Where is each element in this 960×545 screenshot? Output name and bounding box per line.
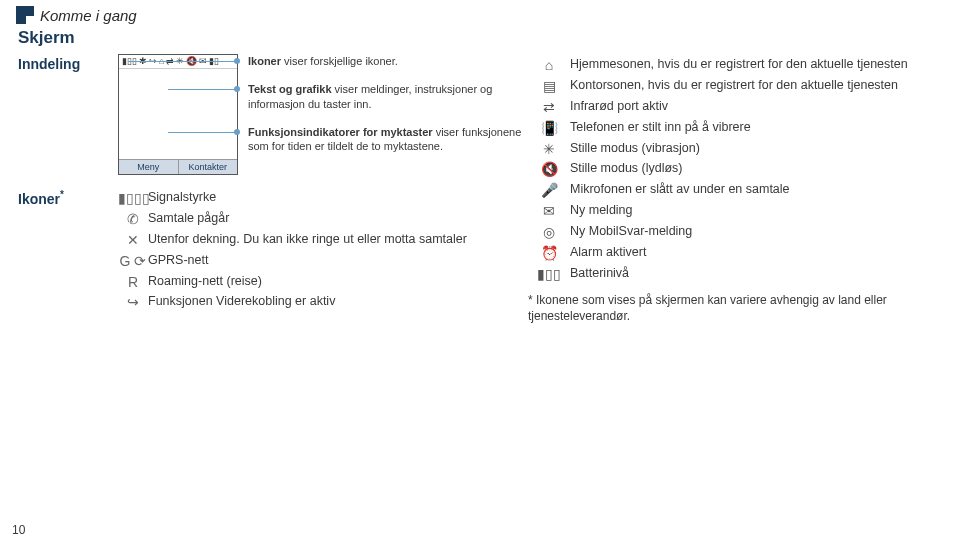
vibrate-mode-icon: 📳 [528,119,570,138]
legend-roaming: R Roaming-nett (reise) [118,273,528,292]
legend-text: Ny melding [570,202,948,219]
softkey-right: Kontakter [179,160,238,174]
legend-new-message: ✉ Ny melding [528,202,948,221]
callout-title: Funksjonsindikatorer for myktaster [248,126,433,138]
legend-homezone: ⌂ Hjemmesonen, hvis du er registrert for… [528,56,948,75]
left-column: Inndeling ▮▯▯ ✱ ↪ ⌂ ⇄ ✳ 🔇 ✉ ▮▯ [18,54,528,326]
silent-vibrate-icon: ✳ [528,140,570,159]
softkey-left: Meny [119,160,179,174]
legend-officezone: ▤ Kontorsonen, hvis du er registrert for… [528,77,948,96]
layout-label: Inndeling [18,54,118,175]
legend-forwarding: ↪ Funksjonen Viderekobling er aktiv [118,293,528,312]
legend-text: Batterinivå [570,265,948,282]
silent-icon: 🔇 [528,160,570,179]
legend-text: Kontorsonen, hvis du er registrert for d… [570,77,948,94]
phone-softkeys: Meny Kontakter [119,159,237,174]
callout-desc: viser forskjellige ikoner. [284,55,398,67]
legend-mic-mute: 🎤 Mikrofonen er slått av under en samtal… [528,181,948,200]
layout-row: Inndeling ▮▯▯ ✱ ↪ ⌂ ⇄ ✳ 🔇 ✉ ▮▯ [18,54,528,175]
legend-battery: ▮▯▯ Batterinivå [528,265,948,284]
legend-silent: 🔇 Stille modus (lydløs) [528,160,948,179]
gprs-icon: G ⟳ [118,252,148,271]
legend-text: Signalstyrke [148,189,528,206]
callout-text-graphics: Tekst og grafikk viser meldinger, instru… [248,82,528,111]
legend-silent-vibrate: ✳ Stille modus (vibrasjon) [528,140,948,159]
phone-status-row: ▮▯▯ ✱ ↪ ⌂ ⇄ ✳ 🔇 ✉ ▮▯ [119,55,237,69]
legend-text: Telefonen er stilt inn på å vibrere [570,119,948,136]
legend-text: Samtale pågår [148,210,528,227]
roaming-icon: R [118,273,148,292]
legend-call: ✆ Samtale pågår [118,210,528,229]
icons-label: Ikoner* [18,187,118,314]
breadcrumb-bar: Komme i gang [0,0,960,26]
signal-strength-icon: ▮▯▯▯ [118,189,148,208]
footnote: * Ikonene som vises på skjermen kan vari… [528,292,948,324]
legend-irda: ⇄ Infrarød port aktiv [528,98,948,117]
corner-decoration [16,6,36,24]
office-zone-icon: ▤ [528,77,570,96]
legend-no-coverage: ✕ Utenfor dekning. Du kan ikke ringe ut … [118,231,528,250]
legend-text: Utenfor dekning. Du kan ikke ringe ut el… [148,231,528,248]
legend-text: Alarm aktivert [570,244,948,261]
legend-voicemail: ◎ Ny MobilSvar-melding [528,223,948,242]
legend-text: Ny MobilSvar-melding [570,223,948,240]
legend-text: Hjemmesonen, hvis du er registrert for d… [570,56,948,73]
alarm-icon: ⏰ [528,244,570,263]
legend-signal: ▮▯▯▯ Signalstyrke [118,189,528,208]
legend-alarm: ⏰ Alarm aktivert [528,244,948,263]
legend-gprs: G ⟳ GPRS-nett [118,252,528,271]
home-zone-icon: ⌂ [528,56,570,75]
legend-text: Infrarød port aktiv [570,98,948,115]
callout-title: Tekst og grafikk [248,83,332,95]
callout-title: Ikoner [248,55,281,67]
phone-screen: ▮▯▯ ✱ ↪ ⌂ ⇄ ✳ 🔇 ✉ ▮▯ Meny Kontakter [118,54,238,175]
legend-vibrate: 📳 Telefonen er stilt inn på å vibrere [528,119,948,138]
legend-text: Stille modus (lydløs) [570,160,948,177]
legend-text: Mikrofonen er slått av under en samtale [570,181,948,198]
battery-level-icon: ▮▯▯ [528,265,570,284]
section-title: Skjerm [0,26,960,54]
infrared-icon: ⇄ [528,98,570,117]
breadcrumb-title: Komme i gang [40,7,137,24]
page-number: 10 [12,523,25,537]
page-content: Inndeling ▮▯▯ ✱ ↪ ⌂ ⇄ ✳ 🔇 ✉ ▮▯ [0,54,960,326]
phone-main-area [119,69,237,159]
left-icon-legend: ▮▯▯▯ Signalstyrke ✆ Samtale pågår ✕ Uten… [118,187,528,314]
legend-text: Stille modus (vibrasjon) [570,140,948,157]
callout-softkey-indicators: Funksjonsindikatorer for myktaster viser… [248,125,528,154]
voicemail-icon: ◎ [528,223,570,242]
right-column: ⌂ Hjemmesonen, hvis du er registrert for… [528,54,948,326]
no-coverage-icon: ✕ [118,231,148,250]
legend-text: Funksjonen Viderekobling er aktiv [148,293,528,310]
callout-icons: Ikoner viser forskjellige ikoner. [248,54,528,68]
mic-mute-icon: 🎤 [528,181,570,200]
call-forward-icon: ↪ [118,293,148,312]
legend-text: Roaming-nett (reise) [148,273,528,290]
new-message-icon: ✉ [528,202,570,221]
call-active-icon: ✆ [118,210,148,229]
callouts: Ikoner viser forskjellige ikoner. Tekst … [248,54,528,167]
legend-text: GPRS-nett [148,252,528,269]
display-diagram: ▮▯▯ ✱ ↪ ⌂ ⇄ ✳ 🔇 ✉ ▮▯ Meny Kontakter [118,54,528,175]
icons-row: Ikoner* ▮▯▯▯ Signalstyrke ✆ Samtale pågå… [18,187,528,314]
